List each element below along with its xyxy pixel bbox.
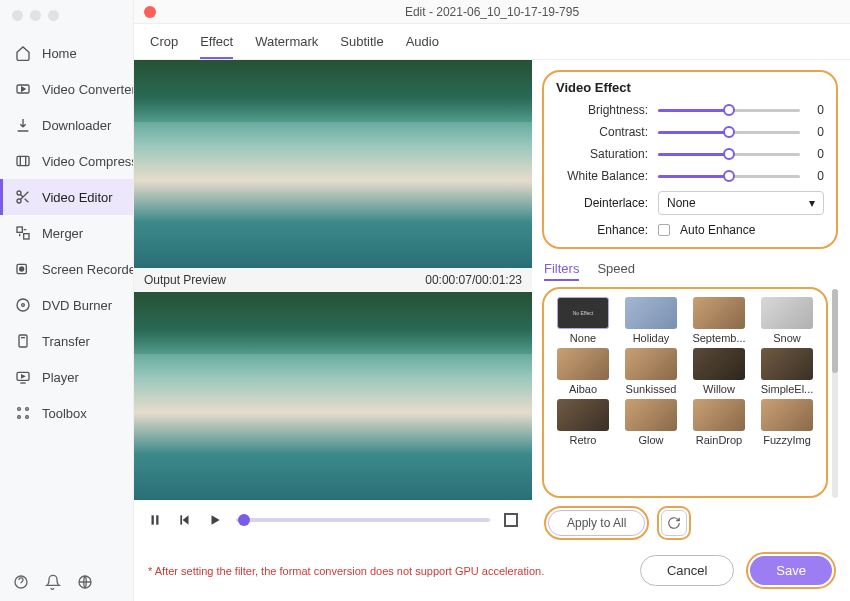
brightness-slider[interactable] [658, 109, 800, 112]
whitebalance-label: White Balance: [556, 169, 648, 183]
contrast-slider[interactable] [658, 131, 800, 134]
svg-point-17 [26, 416, 29, 419]
filter-label: SimpleEl... [761, 383, 814, 395]
fullscreen-icon[interactable] [502, 511, 520, 529]
nav-label: Toolbox [42, 406, 87, 421]
svg-marker-1 [22, 87, 25, 91]
nav-toolbox[interactable]: Toolbox [0, 395, 133, 431]
help-icon[interactable] [12, 573, 30, 591]
filter-none[interactable]: No EffectNone [552, 297, 614, 344]
nav-label: Player [42, 370, 79, 385]
preview-column: Output Preview 00:00:07/00:01:23 [134, 60, 532, 540]
nav-video-editor[interactable]: Video Editor [0, 179, 133, 215]
filter-raindrop[interactable]: RainDrop [688, 399, 750, 446]
nav-downloader[interactable]: Downloader [0, 107, 133, 143]
nav: Home Video Converter Downloader Video Co… [0, 35, 133, 563]
close-icon[interactable] [144, 6, 156, 18]
workspace: Output Preview 00:00:07/00:01:23 Video E… [134, 60, 850, 540]
play-icon[interactable] [206, 511, 224, 529]
filter-glow[interactable]: Glow [620, 399, 682, 446]
contrast-row: Contrast: 0 [556, 125, 824, 139]
svg-point-16 [18, 416, 21, 419]
saturation-slider[interactable] [658, 153, 800, 156]
tab-crop[interactable]: Crop [150, 34, 178, 59]
zoom-dot[interactable] [48, 10, 59, 21]
globe-icon[interactable] [76, 573, 94, 591]
contrast-value: 0 [810, 125, 824, 139]
filters-scrollbar[interactable] [832, 289, 838, 498]
filter-thumb [761, 348, 813, 380]
compress-icon [14, 152, 32, 170]
pause-icon[interactable] [146, 511, 164, 529]
deinterlace-select[interactable]: None ▾ [658, 191, 824, 215]
nav-dvd-burner[interactable]: DVD Burner [0, 287, 133, 323]
svg-rect-20 [152, 515, 154, 524]
nav-label: Video Editor [42, 190, 113, 205]
filter-snow[interactable]: Snow [756, 297, 818, 344]
whitebalance-slider[interactable] [658, 175, 800, 178]
svg-point-10 [22, 304, 25, 307]
apply-to-all-button[interactable]: Apply to All [548, 510, 645, 536]
filter-retro[interactable]: Retro [552, 399, 614, 446]
reset-button[interactable] [661, 510, 687, 536]
auto-enhance-label: Auto Enhance [680, 223, 755, 237]
tab-watermark[interactable]: Watermark [255, 34, 318, 59]
enhance-label: Enhance: [556, 223, 648, 237]
minimize-dot[interactable] [30, 10, 41, 21]
tabs: Crop Effect Watermark Subtitle Audio [134, 24, 850, 60]
output-label: Output Preview [144, 273, 226, 287]
download-icon [14, 116, 32, 134]
close-dot[interactable] [12, 10, 23, 21]
filter-holiday[interactable]: Holiday [620, 297, 682, 344]
filter-september[interactable]: Septemb... [688, 297, 750, 344]
subtab-filters[interactable]: Filters [544, 261, 579, 281]
svg-point-8 [20, 267, 24, 271]
filter-willow[interactable]: Willow [688, 348, 750, 395]
tab-subtitle[interactable]: Subtitle [340, 34, 383, 59]
titlebar: Edit - 2021-06_10_10-17-19-795 [134, 0, 850, 24]
enhance-row: Enhance: Auto Enhance [556, 223, 824, 237]
svg-rect-11 [19, 335, 27, 347]
nav-screen-recorder[interactable]: Screen Recorder [0, 251, 133, 287]
filter-label: Aibao [569, 383, 597, 395]
auto-enhance-checkbox[interactable] [658, 224, 670, 236]
svg-marker-24 [212, 515, 220, 524]
nav-video-converter[interactable]: Video Converter [0, 71, 133, 107]
filter-thumb [625, 297, 677, 329]
brightness-label: Brightness: [556, 103, 648, 117]
filter-label: Retro [570, 434, 597, 446]
nav-transfer[interactable]: Transfer [0, 323, 133, 359]
cancel-button[interactable]: Cancel [640, 555, 734, 586]
nav-home[interactable]: Home [0, 35, 133, 71]
seek-slider[interactable] [236, 518, 490, 522]
window-title: Edit - 2021-06_10_10-17-19-795 [405, 5, 579, 19]
svg-point-3 [17, 191, 21, 195]
output-preview [134, 292, 532, 500]
nav-label: Merger [42, 226, 83, 241]
filter-thumb [557, 399, 609, 431]
nav-label: Transfer [42, 334, 90, 349]
window-controls [0, 0, 133, 35]
output-bar: Output Preview 00:00:07/00:01:23 [134, 268, 532, 292]
bell-icon[interactable] [44, 573, 62, 591]
filter-label: Willow [703, 383, 735, 395]
saturation-row: Saturation: 0 [556, 147, 824, 161]
tab-audio[interactable]: Audio [406, 34, 439, 59]
nav-player[interactable]: Player [0, 359, 133, 395]
nav-merger[interactable]: Merger [0, 215, 133, 251]
filter-fuzzyimg[interactable]: FuzzyImg [756, 399, 818, 446]
prev-frame-icon[interactable] [176, 511, 194, 529]
tab-effect[interactable]: Effect [200, 34, 233, 59]
filters-panel: No EffectNone Holiday Septemb... Snow Ai… [542, 287, 828, 498]
save-button[interactable]: Save [750, 556, 832, 585]
apply-row: Apply to All [544, 506, 838, 540]
nav-video-compressor[interactable]: Video Compressor [0, 143, 133, 179]
filter-sunkissed[interactable]: Sunkissed [620, 348, 682, 395]
filter-simpleel[interactable]: SimpleEl... [756, 348, 818, 395]
filter-label: None [570, 332, 596, 344]
filter-aibao[interactable]: Aibao [552, 348, 614, 395]
subtab-speed[interactable]: Speed [597, 261, 635, 281]
panel-title: Video Effect [556, 80, 824, 95]
toolbox-icon [14, 404, 32, 422]
filters-grid: No EffectNone Holiday Septemb... Snow Ai… [552, 297, 818, 446]
